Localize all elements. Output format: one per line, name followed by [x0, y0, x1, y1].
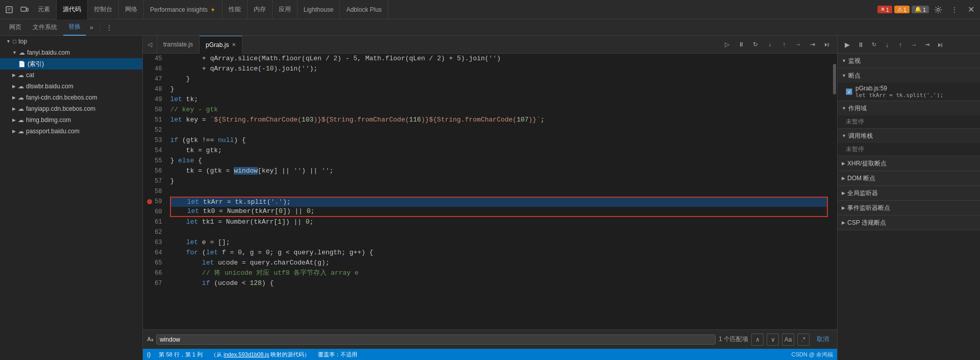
section-callstack-label: 调用堆栈 — [848, 132, 873, 140]
sidebar-item-fanyiapp[interactable]: ▶ ☁ fanyiapp.cdn.bcebos.com — [0, 103, 142, 114]
close-button[interactable]: ✕ — [964, 3, 978, 17]
section-callstack-header[interactable]: ▼ 调用堆栈 — [838, 129, 980, 143]
section-scope-label: 作用域 — [848, 104, 867, 113]
tab-replace[interactable]: 替换 — [63, 19, 86, 36]
chevron-right-icon-cat: ▶ — [12, 73, 16, 78]
regex-button[interactable]: .* — [797, 333, 810, 346]
back-button[interactable]: ◁ — [143, 36, 157, 54]
pause-button[interactable]: ⏸ — [735, 38, 747, 51]
sidebar-item-passport[interactable]: ▶ ☁ passport.baidu.com — [0, 126, 142, 137]
file-tab-translate[interactable]: translate.js — [157, 36, 200, 54]
sidebar-item-fanyi[interactable]: ▼ ☁ fanyi.baidu.com — [0, 47, 142, 58]
error-badge[interactable]: ✕ 1 — [877, 6, 892, 13]
breakpoint-checkbox[interactable]: ✓ — [846, 88, 852, 95]
step-button[interactable]: → — [792, 38, 804, 51]
table-row: // 将 unicode 对应 utf8 各字节存入 array e — [170, 268, 828, 278]
svg-rect-2 — [27, 8, 28, 11]
pause-on-exception-button[interactable]: ⏯ — [821, 38, 833, 51]
section-xhr-header[interactable]: ▶ XHR/提取断点 — [838, 156, 980, 171]
search-ab-icon: A₂ — [147, 336, 153, 343]
step-over-button[interactable]: ↻ — [749, 38, 762, 51]
sidebar-item-dlswbr[interactable]: ▶ ☁ dlswbr.baidu.com — [0, 81, 142, 92]
next-match-button[interactable]: ∨ — [767, 333, 779, 346]
file-tab-right-actions: ▷ ⏸ ↻ ↓ ↑ → ⇥ ⏯ — [717, 38, 837, 51]
match-case-button[interactable]: Aa — [782, 333, 794, 346]
step-into-button[interactable]: ↓ — [764, 38, 776, 51]
warn-badge[interactable]: ⚠ 1 — [894, 6, 910, 13]
search-cancel-button[interactable]: 取消 — [813, 335, 833, 344]
section-scope-header[interactable]: ▼ 作用域 — [838, 101, 980, 115]
section-watch-header[interactable]: ▼ 监视 — [838, 54, 980, 68]
tab-webpage[interactable]: 网页 — [4, 19, 27, 36]
deactivate-r[interactable]: ⇥ — [921, 39, 933, 50]
table-row: for (let f = 0, g = 0; g < query.length;… — [170, 248, 828, 258]
tab-adblock[interactable]: Adblock Plus — [340, 0, 388, 19]
tab-sources[interactable]: 源代码 — [57, 0, 88, 19]
table-row: } else { — [170, 156, 828, 166]
section-dom: ▶ DOM 断点 — [838, 171, 980, 186]
section-csp-header[interactable]: ▶ CSP 违规断点 — [838, 215, 980, 230]
sidebar-item-himg[interactable]: ▶ ☁ himg.bdimg.com — [0, 114, 142, 126]
deactivate-breakpoints-button[interactable]: ⇥ — [806, 38, 819, 51]
tab-lighthouse[interactable]: Lighthouse — [298, 0, 340, 19]
resume-button[interactable]: ▶ — [842, 39, 853, 50]
second-bar: 网页 文件系统 替换 » ⋮ — [0, 19, 980, 36]
sidebar-item-fanyi-cdn[interactable]: ▶ ☁ fanyi-cdn.cdn.bcebos.com — [0, 92, 142, 103]
sidebar-item-top[interactable]: ▼ □ top — [0, 36, 142, 47]
pause-button-r[interactable]: ⏸ — [855, 39, 866, 50]
section-scope-body: 未暂停 — [838, 115, 980, 128]
tab-console[interactable]: 控制台 — [88, 0, 119, 19]
pause-exc-r[interactable]: ⏯ — [935, 39, 946, 50]
search-input-wrap — [156, 334, 716, 345]
chevron-right-icon-fanyi-cdn: ▶ — [12, 95, 16, 100]
table-row: let tk1 = Number(tkArr[1]) || 0; — [170, 217, 828, 227]
table-row: + qArray.slice(Math.floor(qLen / 2) - 5,… — [170, 54, 828, 64]
devtools-icons — [2, 3, 32, 17]
section-eventlistener-header[interactable]: ▶ 事件监听器断点 — [838, 201, 980, 215]
section-global-header[interactable]: ▶ 全局监听器 — [838, 186, 980, 200]
source-map-link[interactable]: index.593d1b08.js — [224, 351, 269, 357]
sidebar-item-index[interactable]: 📄 (索引) — [0, 58, 142, 69]
scrollbar-vertical[interactable] — [832, 54, 837, 329]
section-breakpoints-label: 断点 — [848, 71, 861, 80]
section-eventlistener: ▶ 事件监听器断点 — [838, 201, 980, 215]
step-over-r[interactable]: ↻ — [868, 39, 879, 50]
search-input[interactable] — [160, 336, 712, 343]
tab-app[interactable]: 应用 — [273, 0, 298, 19]
step-down-r[interactable]: ↓ — [881, 39, 893, 50]
tab-performance-insights[interactable]: Performance insights — [144, 0, 223, 19]
section-dom-header[interactable]: ▶ DOM 断点 — [838, 171, 980, 185]
close-tab-icon[interactable]: ✕ — [232, 42, 236, 47]
tab-perf[interactable]: 性能 — [223, 0, 248, 19]
table-row — [170, 227, 828, 237]
scrollbar-thumb[interactable] — [833, 64, 836, 94]
sidebar-item-label: passport.baidu.com — [26, 128, 80, 135]
info-badge[interactable]: 🔔 1 — [912, 6, 929, 13]
tab-memory[interactable]: 内存 — [248, 0, 273, 19]
sidebar-item-label: fanyi-cdn.cdn.bcebos.com — [26, 94, 97, 101]
step-out-button[interactable]: ↑ — [778, 38, 790, 51]
play-button[interactable]: ▷ — [721, 38, 733, 51]
section-csp-label: CSP 违规断点 — [847, 219, 886, 227]
code-content[interactable]: + qArray.slice(Math.floor(qLen / 2) - 5,… — [166, 54, 832, 329]
watermark: CSDN @ 余鸿福 — [792, 351, 833, 358]
step-right-r[interactable]: → — [908, 39, 919, 50]
settings-button[interactable] — [931, 3, 945, 17]
step-up-r[interactable]: ↑ — [895, 39, 906, 50]
file-tab-pgrab[interactable]: pGrab.js ✕ — [200, 36, 242, 54]
more-options-button[interactable]: ⋮ — [947, 3, 962, 17]
section-global-label: 全局监听器 — [847, 189, 878, 198]
inspect-icon[interactable] — [2, 3, 16, 17]
more-tabs-button[interactable]: » — [87, 24, 96, 31]
table-row: if (gtk !== null) { — [170, 135, 828, 146]
prev-match-button[interactable]: ∧ — [751, 333, 764, 346]
section-xhr-label: XHR/提取断点 — [847, 159, 887, 168]
more-options-icon[interactable]: ⋮ — [103, 21, 115, 34]
section-breakpoints-header[interactable]: ▼ 断点 — [838, 68, 980, 83]
tab-elements[interactable]: 元素 — [32, 0, 57, 19]
tab-filesystem[interactable]: 文件系统 — [28, 19, 62, 36]
sidebar-item-label: himg.bdimg.com — [26, 116, 71, 124]
device-icon[interactable] — [17, 3, 32, 17]
sidebar-item-cat[interactable]: ▶ ☁ cat — [0, 69, 142, 81]
tab-network[interactable]: 网络 — [119, 0, 144, 19]
